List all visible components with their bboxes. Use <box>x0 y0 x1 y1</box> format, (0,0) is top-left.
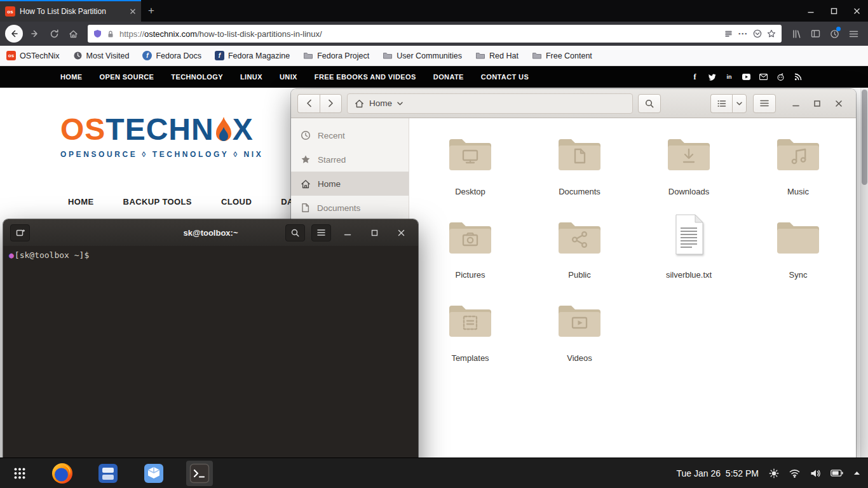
volume-icon[interactable] <box>810 469 820 478</box>
library-icon[interactable] <box>787 25 806 43</box>
clock[interactable]: Tue Jan 26 5:52 PM <box>677 468 759 478</box>
bookmark-fedora-magazine[interactable]: f Fedora Magazine <box>215 51 290 60</box>
minimize-button[interactable] <box>785 94 806 113</box>
menu-home[interactable]: HOME <box>68 197 94 207</box>
site-nav-ebooks[interactable]: FREE EBOOKS AND VIDEOS <box>315 73 416 81</box>
url-bar[interactable]: https://ostechnix.com/how-to-list-disk-p… <box>88 25 782 43</box>
minimize-button[interactable] <box>337 224 358 241</box>
site-nav-linux[interactable]: LINUX <box>240 73 262 81</box>
firefox-menu-icon[interactable] <box>844 25 863 43</box>
file-item-public[interactable]: Public <box>525 215 634 299</box>
close-button[interactable] <box>391 224 411 241</box>
view-list-button[interactable] <box>710 94 732 113</box>
site-nav-home[interactable]: HOME <box>60 73 83 81</box>
minimize-button[interactable] <box>799 0 822 22</box>
tracking-protection-shield-icon[interactable] <box>93 29 102 38</box>
page-actions-icon[interactable]: ⋯ <box>738 28 748 39</box>
file-item-music[interactable]: Music <box>743 132 853 215</box>
list-view-icon <box>717 100 726 107</box>
ostechnix-icon: os <box>6 51 16 60</box>
bookmark-red-hat[interactable]: Red Hat <box>475 51 519 60</box>
site-nav-donate[interactable]: DONATE <box>433 73 464 81</box>
sidebar-label: Documents <box>317 203 360 213</box>
maximize-button[interactable] <box>364 224 384 241</box>
file-item-silverblue-txt[interactable]: silverblue.txt <box>634 215 743 299</box>
sidebar-item-starred[interactable]: Starred <box>291 147 409 172</box>
taskbar-software-button[interactable] <box>131 458 177 488</box>
menu-backup-tools[interactable]: BACKUP TOOLS <box>123 197 192 207</box>
path-bar[interactable]: Home <box>347 93 633 114</box>
close-button[interactable] <box>828 94 850 113</box>
tray-expander-icon[interactable] <box>853 471 860 475</box>
terminal-app-icon <box>189 463 210 484</box>
night-light-icon[interactable] <box>769 468 779 478</box>
browser-tab[interactable]: os How To List Disk Partition <box>0 0 141 22</box>
file-item-pictures[interactable]: Pictures <box>416 215 525 299</box>
rss-icon[interactable] <box>794 73 802 81</box>
file-item-downloads[interactable]: Downloads <box>634 132 743 215</box>
search-button[interactable] <box>638 94 661 113</box>
whats-new-icon[interactable] <box>825 25 844 43</box>
menu-cloud[interactable]: CLOUD <box>221 197 252 207</box>
reload-button[interactable] <box>44 25 64 43</box>
youtube-icon[interactable] <box>742 73 750 81</box>
page-scrollbar[interactable] <box>860 88 868 458</box>
sidebar-item-home[interactable]: Home <box>291 172 409 196</box>
battery-icon[interactable] <box>831 470 843 477</box>
file-label: Downloads <box>668 187 709 196</box>
file-item-desktop[interactable]: Desktop <box>416 132 525 215</box>
terminal-screen[interactable]: ●[sk@toolbox ~]$ <box>3 246 418 488</box>
bookmark-fedora-docs[interactable]: f Fedora Docs <box>142 51 201 60</box>
back-button[interactable] <box>297 94 320 113</box>
files-menu-button[interactable] <box>753 94 776 113</box>
bookmark-fedora-project[interactable]: Fedora Project <box>303 51 369 60</box>
pocket-icon[interactable] <box>753 29 762 38</box>
new-tab-button[interactable] <box>10 224 30 241</box>
facebook-icon[interactable]: f <box>691 73 699 81</box>
taskbar-files-button[interactable] <box>85 458 131 488</box>
reddit-icon[interactable] <box>776 73 785 81</box>
sidebars-icon[interactable] <box>806 25 825 43</box>
site-nav-open-source[interactable]: OPEN SOURCE <box>100 73 154 81</box>
taskbar-firefox-button[interactable] <box>39 458 85 488</box>
folder-icon <box>475 51 485 60</box>
bookmark-ostechnix[interactable]: os OSTechNix <box>6 51 60 60</box>
scrollbar-thumb[interactable] <box>862 90 867 185</box>
app-grid-button[interactable] <box>0 458 39 488</box>
file-item-sync[interactable]: Sync <box>743 215 853 299</box>
wifi-icon[interactable] <box>789 469 800 478</box>
taskbar-terminal-button[interactable] <box>177 458 222 488</box>
file-item-videos[interactable]: Videos <box>525 299 634 382</box>
forward-button[interactable] <box>320 94 342 113</box>
file-item-templates[interactable]: Templates <box>416 299 525 382</box>
sidebar-item-recent[interactable]: Recent <box>291 123 409 147</box>
reader-view-icon[interactable] <box>724 30 733 38</box>
maximize-button[interactable] <box>822 0 845 22</box>
twitter-icon[interactable] <box>708 73 716 81</box>
chevron-down-icon[interactable] <box>397 102 403 105</box>
bookmark-user-communities[interactable]: User Communities <box>383 51 462 60</box>
bookmark-star-icon[interactable] <box>767 29 776 38</box>
close-button[interactable] <box>845 0 868 22</box>
site-nav-unix[interactable]: UNIX <box>280 73 297 81</box>
bookmark-free-content[interactable]: Free Content <box>532 51 592 60</box>
site-nav-contact[interactable]: CONTACT US <box>481 73 529 81</box>
back-button[interactable] <box>5 25 23 43</box>
tab-close-icon[interactable] <box>130 8 136 15</box>
folder-icon <box>556 136 603 173</box>
site-nav-technology[interactable]: TECHNOLOGY <box>171 73 223 81</box>
file-item-documents[interactable]: Documents <box>525 132 634 215</box>
lock-icon[interactable] <box>107 30 114 38</box>
forward-button[interactable] <box>25 25 44 43</box>
terminal-menu-button[interactable] <box>311 224 331 241</box>
view-options-button[interactable] <box>732 94 747 113</box>
new-tab-button[interactable]: + <box>141 0 161 22</box>
search-button[interactable] <box>285 224 305 241</box>
maximize-button[interactable] <box>806 94 828 113</box>
email-icon[interactable] <box>759 73 768 81</box>
linkedin-icon[interactable]: in <box>725 73 733 81</box>
sidebar-item-documents[interactable]: Documents <box>291 196 409 220</box>
site-logo[interactable]: OSTECHNX OPENSOURCE ◊ TECHNOLOGY ◊ NIX <box>60 114 263 159</box>
home-button[interactable] <box>64 25 83 43</box>
bookmark-most-visited[interactable]: Most Visited <box>73 51 130 60</box>
